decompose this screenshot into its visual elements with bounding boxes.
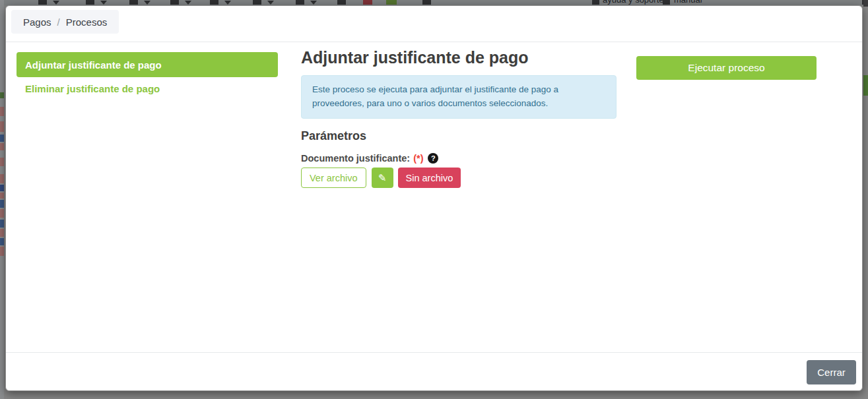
process-description: Este proceso se ejecuta para adjuntar el… bbox=[301, 75, 617, 119]
parameters-heading: Parámetros bbox=[301, 129, 366, 143]
row-color-fragment bbox=[0, 247, 4, 256]
question-circle-icon[interactable]: ? bbox=[428, 153, 438, 164]
caret-down-icon bbox=[224, 1, 231, 5]
row-color-fragment bbox=[0, 238, 4, 245]
row-color-fragment bbox=[0, 121, 4, 132]
pencil-icon: ✎ bbox=[378, 172, 387, 184]
toolbar-icon-fragment bbox=[296, 0, 304, 5]
close-button[interactable]: Cerrar bbox=[807, 360, 856, 384]
row-color-fragment bbox=[0, 107, 4, 116]
background-right-edge bbox=[863, 0, 868, 399]
row-color-fragment bbox=[0, 158, 4, 166]
caret-down-icon bbox=[53, 1, 59, 5]
process-item-label: Eliminar justificante de pago bbox=[25, 83, 160, 94]
row-color-fragment bbox=[0, 185, 4, 191]
help-icon bbox=[592, 0, 599, 5]
process-item-adjuntar[interactable]: Adjuntar justificante de pago bbox=[17, 52, 278, 77]
caret-down-icon bbox=[100, 1, 107, 5]
breadcrumb-item-pagos[interactable]: Pagos bbox=[23, 16, 51, 28]
breadcrumb-item-procesos[interactable]: Procesos bbox=[66, 16, 108, 28]
toolbar-icon-fragment bbox=[253, 0, 261, 5]
row-color-fragment bbox=[0, 229, 4, 237]
background-toolbar-strip: ayuda y soporte manual bbox=[0, 0, 868, 5]
background-help-link: ayuda y soporte bbox=[603, 0, 664, 5]
row-color-fragment bbox=[0, 174, 4, 183]
process-description-text: Este proceso se ejecuta para adjuntar el… bbox=[312, 84, 558, 108]
toolbar-icon-fragment bbox=[386, 0, 397, 5]
breadcrumb-separator: / bbox=[57, 16, 60, 28]
file-buttons-group: Ver archivo ✎ Sin archivo bbox=[301, 168, 461, 188]
row-color-fragment bbox=[0, 135, 4, 142]
page-title: Adjuntar justificante de pago bbox=[301, 48, 528, 67]
row-color-fragment bbox=[0, 200, 4, 208]
toolbar-icon-fragment bbox=[863, 0, 868, 7]
caret-down-icon bbox=[267, 1, 274, 5]
execute-process-button[interactable]: Ejecutar proceso bbox=[636, 56, 817, 80]
toolbar-icon-fragment bbox=[170, 0, 179, 5]
view-file-button[interactable]: Ver archivo bbox=[301, 168, 366, 188]
field-label-row: Documento justificante: (*) ? bbox=[301, 153, 438, 164]
breadcrumb: Pagos / Procesos bbox=[11, 10, 119, 34]
process-dialog: Pagos / Procesos Adjuntar justificante d… bbox=[5, 5, 863, 391]
toolbar-icon-fragment bbox=[363, 0, 372, 5]
header-divider bbox=[6, 42, 862, 42]
row-color-fragment bbox=[0, 92, 4, 98]
toolbar-icon-fragment bbox=[129, 0, 138, 5]
caret-down-icon bbox=[185, 1, 191, 5]
row-color-fragment bbox=[0, 209, 4, 218]
caret-down-icon bbox=[144, 1, 150, 5]
toolbar-icon-fragment bbox=[422, 0, 431, 5]
row-color-fragment bbox=[863, 75, 868, 96]
edit-file-button[interactable]: ✎ bbox=[372, 168, 393, 188]
toolbar-icon-fragment bbox=[337, 0, 346, 5]
row-color-fragment bbox=[0, 143, 4, 150]
process-item-eliminar[interactable]: Eliminar justificante de pago bbox=[17, 83, 283, 94]
caret-down-icon bbox=[310, 1, 317, 5]
background-table-edge bbox=[0, 0, 4, 399]
required-mark: (*) bbox=[413, 153, 423, 164]
toolbar-icon-fragment bbox=[86, 0, 94, 5]
process-item-label: Adjuntar justificante de pago bbox=[25, 59, 162, 71]
file-status-badge[interactable]: Sin archivo bbox=[398, 168, 461, 188]
row-color-fragment bbox=[0, 193, 4, 199]
book-icon bbox=[663, 0, 670, 5]
toolbar-icon-fragment bbox=[210, 0, 218, 5]
toolbar-icon-fragment bbox=[38, 0, 47, 5]
process-list: Adjuntar justificante de pago Eliminar j… bbox=[17, 52, 283, 94]
field-label: Documento justificante: bbox=[301, 153, 410, 164]
footer-divider bbox=[6, 352, 862, 353]
background-manual-link: manual bbox=[674, 0, 702, 5]
row-color-fragment bbox=[0, 220, 4, 228]
